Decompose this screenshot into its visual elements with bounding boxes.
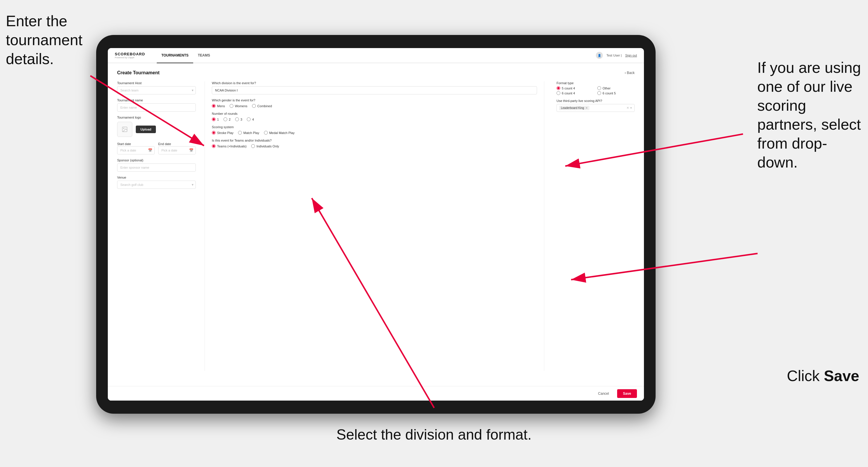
tablet-frame: SCOREBOARD Powered by Clippit TOURNAMENT… <box>96 35 656 414</box>
format-5count4-label: 5 count 4 <box>562 87 575 90</box>
tournament-host-group: Tournament Host ▾ <box>117 81 196 94</box>
scoring-match-label: Match Play <box>243 131 259 134</box>
cancel-button[interactable]: Cancel <box>593 389 614 398</box>
format-6count5-option[interactable]: 6 count 5 <box>597 91 634 95</box>
svg-point-1 <box>123 128 124 129</box>
tournament-host-input[interactable] <box>117 86 196 94</box>
brand-title: SCOREBOARD <box>115 52 145 56</box>
division-select[interactable]: NCAA Division I NCAA Division II NCAA Di… <box>212 86 537 94</box>
scoring-medal-match-option[interactable]: Medal Match Play <box>264 131 294 134</box>
teams-plus-individuals-option[interactable]: Teams (+Individuals) <box>212 144 247 148</box>
gender-label: Which gender is the event for? <box>212 98 537 102</box>
tournament-logo-group: Tournament logo Upload <box>117 116 196 137</box>
individuals-only-option[interactable]: Individuals Only <box>251 144 279 148</box>
rounds-3-option[interactable]: 3 <box>235 117 242 121</box>
tournament-name-input[interactable] <box>117 103 196 112</box>
main-content: Create Tournament ‹ Back Tournament Host… <box>108 63 644 401</box>
rounds-1-option[interactable]: 1 <box>212 117 219 121</box>
scoring-medal-match-radio[interactable] <box>264 131 268 134</box>
format-5count4-option[interactable]: 5 count 4 <box>557 86 594 90</box>
format-other-option[interactable]: Other <box>597 86 634 90</box>
logo-upload-area: Upload <box>117 122 196 137</box>
tournament-name-label: Tournament name <box>117 98 196 102</box>
rounds-2-label: 2 <box>229 118 230 121</box>
format-other-label: Other <box>602 87 611 90</box>
venue-input-wrap: ▾ <box>117 181 196 189</box>
rounds-1-label: 1 <box>217 118 219 121</box>
format-6count4-option[interactable]: 6 count 4 <box>557 91 594 95</box>
format-type-label: Format type <box>557 81 634 85</box>
gender-combined-radio[interactable] <box>252 104 256 108</box>
start-date-calendar-icon: 📅 <box>148 148 152 152</box>
teams-radio-group: Teams (+Individuals) Individuals Only <box>212 144 537 148</box>
navbar-nav: TOURNAMENTS TEAMS <box>157 48 596 63</box>
expand-icon[interactable]: ▾ <box>630 106 632 110</box>
sponsor-input[interactable] <box>117 163 196 172</box>
scoring-match-radio[interactable] <box>238 131 242 134</box>
venue-input[interactable] <box>117 181 196 189</box>
teams-plus-radio[interactable] <box>212 144 216 148</box>
scoring-match-option[interactable]: Match Play <box>238 131 259 134</box>
live-scoring-group: Use third-party live scoring API? Leader… <box>557 99 634 112</box>
scoring-stroke-label: Stroke Play <box>217 131 234 134</box>
gender-mens-option[interactable]: Mens <box>212 104 225 108</box>
gender-combined-option[interactable]: Combined <box>252 104 272 108</box>
gender-womens-option[interactable]: Womens <box>229 104 247 108</box>
format-other-radio[interactable] <box>597 86 601 90</box>
rounds-2-radio[interactable] <box>223 117 227 121</box>
rounds-3-label: 3 <box>240 118 242 121</box>
division-select-wrap: NCAA Division I NCAA Division II NCAA Di… <box>212 86 537 94</box>
user-label: Test User | <box>606 54 621 57</box>
live-scoring-input[interactable]: Leaderboard King ✕ ✕ ▾ <box>557 104 634 112</box>
tournament-name-group: Tournament name <box>117 98 196 112</box>
format-6count4-label: 6 count 4 <box>562 91 575 95</box>
scoring-stroke-option[interactable]: Stroke Play <box>212 131 234 134</box>
sign-out-link[interactable]: Sign out <box>625 54 637 57</box>
gender-womens-radio[interactable] <box>229 104 234 108</box>
dates-group: Start date 📅 End date <box>117 141 196 154</box>
individuals-only-label: Individuals Only <box>256 145 279 148</box>
nav-item-tournaments[interactable]: TOURNAMENTS <box>157 48 193 63</box>
gender-group: Which gender is the event for? Mens Wome… <box>212 98 537 108</box>
teams-plus-label: Teams (+Individuals) <box>217 145 247 148</box>
start-date-group: Start date 📅 <box>117 141 155 154</box>
logo-placeholder <box>117 122 132 137</box>
rounds-3-radio[interactable] <box>235 117 239 121</box>
clear-icon[interactable]: ✕ <box>626 106 629 110</box>
back-link[interactable]: ‹ Back <box>625 71 634 75</box>
upload-button[interactable]: Upload <box>136 126 156 133</box>
teams-label: Is this event for Teams and/or Individua… <box>212 139 537 142</box>
tablet-screen: SCOREBOARD Powered by Clippit TOURNAMENT… <box>108 48 644 401</box>
division-label: Which division is the event for? <box>212 81 537 85</box>
date-row: Start date 📅 End date <box>117 141 196 154</box>
scoring-stroke-radio[interactable] <box>212 131 216 134</box>
save-button[interactable]: Save <box>617 389 637 398</box>
rounds-4-option[interactable]: 4 <box>247 117 254 121</box>
form-col-1: Tournament Host ▾ Tournament name Tourna <box>117 81 196 371</box>
nav-item-teams[interactable]: TEAMS <box>193 48 215 63</box>
format-6count5-label: 6 count 5 <box>602 91 616 95</box>
live-scoring-tag: Leaderboard King ✕ <box>559 106 589 110</box>
format-5count4-radio[interactable] <box>557 86 560 90</box>
end-date-calendar-icon: 📅 <box>189 148 193 152</box>
gender-womens-label: Womens <box>235 104 247 108</box>
sponsor-group: Sponsor (optional) <box>117 158 196 172</box>
form-col-3: Format type 5 count 4 Other <box>553 81 634 371</box>
format-6count4-radio[interactable] <box>557 91 560 95</box>
live-scoring-tag-close[interactable]: ✕ <box>585 106 588 110</box>
scoring-group: Scoring system Stroke Play Match Play <box>212 125 537 134</box>
scoring-radio-group: Stroke Play Match Play Medal Match Play <box>212 131 537 134</box>
annotation-bottom-right: Click Save <box>787 367 859 385</box>
individuals-only-radio[interactable] <box>251 144 255 148</box>
format-6count5-radio[interactable] <box>597 91 601 95</box>
rounds-4-radio[interactable] <box>247 117 251 121</box>
annotation-bottom-center: Select the division and format. <box>332 426 536 444</box>
rounds-2-option[interactable]: 2 <box>223 117 230 121</box>
gender-mens-radio[interactable] <box>212 104 216 108</box>
live-scoring-tag-text: Leaderboard King <box>561 106 584 110</box>
rounds-1-radio[interactable] <box>212 117 216 121</box>
division-group: Which division is the event for? NCAA Di… <box>212 81 537 94</box>
rounds-4-label: 4 <box>252 118 254 121</box>
end-date-group: End date 📅 <box>158 141 196 154</box>
navbar-brand: SCOREBOARD Powered by Clippit <box>115 52 145 59</box>
